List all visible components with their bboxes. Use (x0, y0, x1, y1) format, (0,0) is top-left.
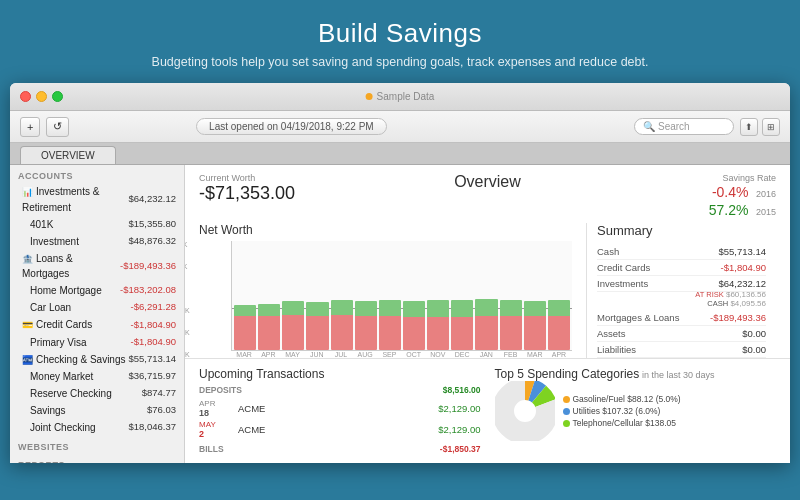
jointchecking-label: Joint Checking (30, 420, 96, 435)
sidebar-item-401k[interactable]: 401K $15,355.80 (10, 216, 184, 233)
401k-label: 401K (30, 217, 53, 232)
chart-wrapper: 200K 100K 0 -100K -200K -300K MARAPRMAYJ… (199, 241, 572, 358)
assets-value: $0.00 (742, 328, 766, 339)
add-button[interactable]: + (20, 117, 40, 137)
traffic-lights (20, 91, 63, 102)
bar-neg-7 (403, 317, 425, 350)
pie-chart (495, 381, 555, 441)
bar-neg-12 (524, 316, 546, 350)
bills-header: BILLS -$1,850.37 (199, 444, 481, 454)
chart-label-11: FEB (499, 351, 521, 358)
bar-neg-2 (282, 315, 304, 350)
utilities-color (563, 408, 570, 415)
mortgages-label: Mortgages & Loans (597, 312, 679, 323)
chart-section: Net Worth 200K 100K 0 -100K -200K -300K (185, 223, 790, 358)
cash-sub: CASH $4,095.56 (597, 299, 766, 310)
sidebar-item-investments[interactable]: 📊Investments & Retirement $64,232.12 (10, 183, 184, 216)
bar-group-11 (500, 241, 522, 350)
maximize-button[interactable] (52, 91, 63, 102)
y-label-neg200k: -200K (185, 329, 190, 336)
liabilities-label: Liabilities (597, 344, 636, 355)
chart-label-6: SEP (378, 351, 400, 358)
sidebar-item-moneymarket[interactable]: Money Market $36,715.97 (10, 368, 184, 385)
carloan-amount: -$6,291.28 (131, 300, 176, 314)
tab-bar: OVERVIEW (10, 143, 790, 165)
bar-pos-2 (282, 301, 304, 315)
sidebar-item-creditcards[interactable]: 💳Credit Cards -$1,804.90 (10, 316, 184, 334)
sidebar-item-carloan[interactable]: Car Loan -$6,291.28 (10, 299, 184, 316)
bar-group-10 (475, 241, 497, 350)
legend-item-utilities: Utilities $107.32 (6.0%) (563, 405, 681, 417)
liabilities-value: $0.00 (742, 344, 766, 355)
close-button[interactable] (20, 91, 31, 102)
tx-name-acme1: ACME (238, 403, 434, 414)
toolbar-icons: ⬆ ⊞ (740, 118, 780, 136)
upload-icon[interactable]: ⬆ (740, 118, 758, 136)
savings-rate-neg-year: 2016 (756, 189, 776, 199)
spending-title-row: Top 5 Spending Categories in the last 30… (495, 367, 777, 381)
chart-label-2: MAY (281, 351, 303, 358)
overview-header: Current Worth -$71,353.00 Overview Savin… (185, 165, 790, 223)
bills-total: -$1,850.37 (440, 444, 481, 454)
tx-month-apr: APR (199, 399, 234, 408)
overview-title: Overview (391, 173, 583, 191)
summary-panel-title: Summary (597, 223, 766, 238)
title-bar-center: Sample Data (366, 91, 435, 102)
sidebar-item-visa[interactable]: Primary Visa -$1,804.90 (10, 334, 184, 351)
sidebar-item-investment[interactable]: Investment $48,876.32 (10, 233, 184, 250)
pie-area: Gasoline/Fuel $88.12 (5.0%) Utilities $1… (495, 381, 777, 441)
bar-pos-10 (475, 299, 497, 316)
tx-row-apr18: APR 18 ACME $2,129.00 (199, 398, 481, 419)
chart-label-10: JAN (475, 351, 497, 358)
bar-group-12 (524, 241, 546, 350)
chart-label-13: APR (548, 351, 570, 358)
upcoming-transactions: Upcoming Transactions DEPOSITS $8,516.00… (199, 367, 481, 457)
bar-pos-13 (548, 300, 570, 316)
bar-pos-9 (451, 300, 473, 317)
grid-icon[interactable]: ⊞ (762, 118, 780, 136)
chart-label-8: NOV (427, 351, 449, 358)
bar-group-6 (379, 241, 401, 350)
mortgage-amount: -$183,202.08 (120, 283, 176, 297)
summary-liabilities: Liabilities $0.00 (597, 342, 766, 358)
chart-label-4: JUL (330, 351, 352, 358)
tab-overview[interactable]: OVERVIEW (20, 146, 116, 164)
deposits-label: DEPOSITS (199, 385, 242, 395)
search-box[interactable]: 🔍 Search (634, 118, 734, 135)
bar-neg-3 (306, 316, 328, 350)
app-window: Sample Data + ↺ Last opened on 04/19/201… (10, 83, 790, 463)
y-label-neg300k: -300K (185, 351, 190, 358)
y-label-200k: 200K (185, 241, 190, 248)
sidebar-item-mortgage[interactable]: Home Mortgage -$183,202.08 (10, 282, 184, 299)
bar-neg-4 (331, 315, 353, 350)
checking-icon: 🏧 (22, 355, 33, 365)
bar-chart (231, 241, 572, 351)
bar-neg-8 (427, 317, 449, 350)
bills-label: BILLS (199, 444, 224, 454)
cash-sub-label: CASH (707, 299, 728, 308)
sidebar-item-reservechecking[interactable]: Reserve Checking $874.77 (10, 385, 184, 402)
reservechecking-label: Reserve Checking (30, 386, 112, 401)
legend-item-telephone: Telephone/Cellular $138.05 (563, 417, 681, 429)
chart-label-3: JUN (306, 351, 328, 358)
sidebar-item-savings[interactable]: Savings $76.03 (10, 402, 184, 419)
sidebar-item-jointchecking[interactable]: Joint Checking $18,046.37 (10, 419, 184, 436)
bar-group-7 (403, 241, 425, 350)
cc-icon: 💳 (22, 320, 33, 330)
last-opened-label: Last opened on 04/19/2018, 9:22 PM (196, 118, 387, 135)
spending-subtitle: in the last 30 days (642, 370, 715, 380)
sidebar-item-checking[interactable]: 🏧Checking & Savings $55,713.14 (10, 351, 184, 369)
bar-group-3 (306, 241, 328, 350)
cash-value: $55,713.14 (718, 246, 766, 257)
checking-amount: $55,713.14 (128, 352, 176, 366)
minimize-button[interactable] (36, 91, 47, 102)
bar-group-9 (451, 241, 473, 350)
savings-rate-section: Savings Rate -0.4% 2016 57.2% 2015 (584, 173, 776, 219)
telephone-color (563, 420, 570, 427)
search-icon: 🔍 (643, 121, 655, 132)
refresh-button[interactable]: ↺ (46, 117, 69, 137)
bar-neg-0 (234, 316, 256, 350)
bar-group-0 (234, 241, 256, 350)
moneymarket-label: Money Market (30, 369, 93, 384)
sidebar-item-loans[interactable]: 🏦Loans & Mortgages -$189,493.36 (10, 250, 184, 283)
